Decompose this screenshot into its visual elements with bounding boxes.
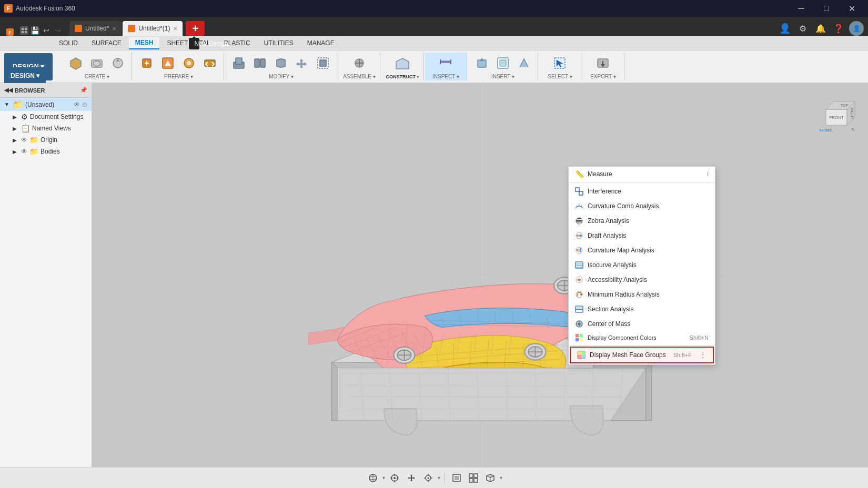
menu-item-draft[interactable]: Draft Analysis <box>569 228 715 243</box>
insert-tool-3[interactable] <box>514 54 533 73</box>
assemble-label[interactable]: ASSEMBLE ▾ <box>343 74 376 79</box>
create-label[interactable]: CREATE ▾ <box>85 74 110 79</box>
eye-icon-bodies[interactable]: 👁 <box>21 148 27 155</box>
browser-item-bodies[interactable]: ▶ 👁 📁 Bodies <box>0 146 92 157</box>
browser-item-named-views[interactable]: ▶ 📋 Named Views <box>0 123 92 134</box>
menu-item-curvature-comb[interactable]: Curvature Comb Analysis <box>569 199 715 214</box>
modify-tool-4[interactable] <box>292 54 311 73</box>
browser-item-label-root: (Unsaved) <box>25 101 54 108</box>
navigation-cube[interactable]: FRONT TOP RIGHT HOME ↖ <box>815 94 857 136</box>
tab-untitled-2[interactable]: Untitled*(1) ✕ <box>123 21 183 36</box>
viewport[interactable]: FRONT TOP RIGHT HOME ↖ 📏 Measure I <box>92 83 868 467</box>
fit-tool[interactable] <box>421 471 436 485</box>
eye-icon-root[interactable]: 👁 <box>74 101 80 108</box>
inspect-tool-1[interactable] <box>436 54 455 73</box>
help-icon[interactable]: ❓ <box>831 21 846 36</box>
undo-icon[interactable]: ↩ <box>41 25 52 36</box>
circle-icon-root[interactable]: ⊙ <box>82 101 87 108</box>
flip-icon <box>203 56 217 70</box>
close-button[interactable]: ✕ <box>840 0 864 17</box>
browser-header: ◀◀ BROWSER 📌 <box>0 83 92 98</box>
view-cube-tool[interactable] <box>483 471 498 485</box>
settings-icon[interactable]: ⚙ <box>795 21 810 36</box>
orbit-tool[interactable] <box>366 471 380 485</box>
display-mode-tool[interactable] <box>449 471 464 485</box>
modify-label[interactable]: MODIFY ▾ <box>269 74 293 79</box>
svg-marker-119 <box>331 362 337 421</box>
menu-item-curvature-map[interactable]: Curvature Map Analysis <box>569 243 715 258</box>
grid-tool[interactable] <box>466 471 481 485</box>
more-options-icon[interactable]: ⋮ <box>699 351 706 359</box>
browser-item-origin[interactable]: ▶ 👁 📁 Origin <box>0 134 92 146</box>
construct-tool-1[interactable] <box>393 54 412 73</box>
inspect-label[interactable]: INSPECT ▾ <box>432 74 459 79</box>
select-label[interactable]: SELECT ▾ <box>548 74 572 79</box>
account-icon[interactable]: 👤 <box>778 21 792 36</box>
grid-icon[interactable] <box>20 26 28 35</box>
menu-item-min-radius[interactable]: Minimum Radius Analysis <box>569 287 715 302</box>
prepare-tool-3[interactable] <box>179 54 198 73</box>
browser-item-doc-settings[interactable]: ▶ ⚙ Document Settings <box>0 111 92 123</box>
redo-icon[interactable]: ↪ <box>53 25 63 36</box>
menu-item-zebra[interactable]: Zebra Analysis <box>569 214 715 228</box>
create-tool-1[interactable] <box>66 54 85 73</box>
insert-tool-2[interactable] <box>493 54 512 73</box>
export-tool-1[interactable] <box>593 54 612 73</box>
browser-collapse[interactable]: ◀◀ <box>4 87 13 94</box>
eye-icon-origin[interactable]: 👁 <box>21 136 27 144</box>
menu-item-display-mesh[interactable]: Display Mesh Face Groups Shift+F ⋮ <box>570 347 714 363</box>
svg-point-19 <box>187 61 191 65</box>
extrude-icon <box>231 56 246 70</box>
assemble-tool-1[interactable] <box>350 54 369 73</box>
insert-tool-1[interactable] <box>472 54 491 73</box>
menu-item-isocurve[interactable]: Isocurve Analysis <box>569 258 715 272</box>
modify-tool-5[interactable] <box>314 54 332 73</box>
construct-label[interactable]: CONSTRUCT ▾ <box>386 74 419 79</box>
repair-icon <box>181 56 196 70</box>
menu-item-measure[interactable]: 📏 Measure I <box>569 167 715 181</box>
user-avatar[interactable]: 👤 <box>849 21 864 36</box>
create-tool-2[interactable] <box>87 54 106 73</box>
modify-tool-3[interactable] <box>271 54 290 73</box>
prepare-tool-1[interactable] <box>137 54 156 73</box>
modify-tool-1[interactable] <box>229 54 248 73</box>
notification-icon[interactable]: 🔔 <box>813 21 828 36</box>
close-tab-1[interactable]: ✕ <box>112 26 116 32</box>
browser-pin[interactable]: 📌 <box>80 87 87 94</box>
save-icon[interactable]: 💾 <box>29 25 40 36</box>
divider-2 <box>569 345 715 345</box>
prepare-label[interactable]: PREPARE ▾ <box>164 74 193 79</box>
menu-item-center-mass[interactable]: Center of Mass <box>569 317 715 331</box>
expand-arrow-doc: ▶ <box>13 114 19 120</box>
app-title: F Autodesk Fusion 360 <box>4 4 75 13</box>
tab-untitled-1[interactable]: Untitled* ✕ <box>69 21 122 36</box>
insert-label[interactable]: INSERT ▾ <box>491 74 514 79</box>
menu-item-accessibility[interactable]: Accessibility Analysis <box>569 272 715 287</box>
tab-utilities[interactable]: UTILITIES <box>258 37 300 49</box>
design-button[interactable]: DESIGN ▾ <box>4 67 46 84</box>
close-tab-2[interactable]: ✕ <box>173 26 177 32</box>
tab-manage[interactable]: MANAGE <box>301 37 341 49</box>
svg-point-194 <box>428 477 429 479</box>
inspect-tools <box>436 54 455 73</box>
browser-item-root[interactable]: ▼ 📁 (Unsaved) 👁 ⊙ <box>0 98 92 111</box>
pan-tool[interactable] <box>404 471 419 485</box>
create-tool-3[interactable] <box>108 54 127 73</box>
new-design-button[interactable]: + <box>186 21 205 36</box>
menu-item-interference[interactable]: Interference <box>569 184 715 199</box>
menu-item-section[interactable]: Section Analysis <box>569 302 715 317</box>
minimize-button[interactable]: ─ <box>789 0 813 17</box>
tab-mesh[interactable]: MESH <box>129 37 160 49</box>
svg-text:FRONT: FRONT <box>829 115 844 120</box>
export-label[interactable]: EXPORT ▾ <box>590 74 616 79</box>
ribbon-content: DESIGN ▾ <box>0 50 868 83</box>
prepare-tool-4[interactable] <box>200 54 219 73</box>
modify-tool-2[interactable] <box>250 54 269 73</box>
select-tool-1[interactable] <box>550 54 569 73</box>
prepare-tool-2[interactable] <box>158 54 177 73</box>
look-at-tool[interactable] <box>387 471 402 485</box>
menu-item-display-comp[interactable]: Display Component Colors Shift+N <box>569 331 715 344</box>
tab-solid[interactable]: SOLID <box>53 37 84 49</box>
maximize-button[interactable]: □ <box>814 0 839 17</box>
tab-surface[interactable]: SURFACE <box>85 37 128 49</box>
